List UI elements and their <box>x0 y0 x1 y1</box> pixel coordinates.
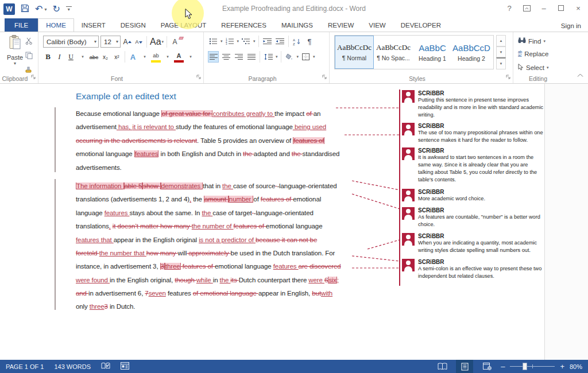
tab-review[interactable]: REVIEW <box>320 18 361 32</box>
align-right-button[interactable] <box>233 51 244 63</box>
strikethrough-button[interactable]: abc <box>89 51 99 63</box>
subscript-button[interactable]: x₂ <box>100 51 110 63</box>
comment[interactable]: SCRiBBRIt is awkward to start two senten… <box>402 147 544 184</box>
styles-more-icon[interactable]: ▼ <box>496 57 506 69</box>
comment[interactable]: SCRiBBRWhen you are indicating a quantit… <box>402 233 544 254</box>
underline-dropdown-icon[interactable]: ▾ <box>82 55 84 59</box>
paste-dropdown-icon[interactable]: ▾ <box>14 61 16 66</box>
borders-icon[interactable] <box>300 51 311 63</box>
zoom-out-icon[interactable]: – <box>501 362 505 371</box>
bold-button[interactable]: B <box>43 51 53 63</box>
tab-design[interactable]: DESIGN <box>113 18 153 32</box>
styles-scroll-up-icon[interactable]: ▲ <box>496 35 506 46</box>
shading-icon[interactable] <box>284 51 295 63</box>
cut-icon[interactable] <box>25 37 33 47</box>
bullets-icon[interactable] <box>208 36 219 47</box>
zoom-level[interactable]: 80% <box>570 363 582 370</box>
tab-home[interactable]: HOME <box>38 18 74 32</box>
comment[interactable]: SCRiBBRMore academic word choice. <box>402 189 544 203</box>
paste-clipboard-icon <box>9 35 21 52</box>
highlight-color-icon[interactable]: ab <box>151 51 161 63</box>
web-layout-icon[interactable] <box>478 360 496 373</box>
font-color-icon[interactable]: A <box>174 51 184 63</box>
underline-button[interactable]: U <box>66 51 76 63</box>
font-name-dropdown-icon[interactable]: ▾ <box>92 39 96 44</box>
copy-icon[interactable] <box>25 51 33 61</box>
tab-page-layout[interactable]: PAGE LAYOUT <box>153 18 214 32</box>
style-heading-1[interactable]: AaBbCHeading 1 <box>413 36 452 69</box>
ribbon-display-options-icon[interactable] <box>519 2 534 14</box>
clipboard-dialog-launcher-icon[interactable] <box>31 71 36 81</box>
tab-mailings[interactable]: MAILINGS <box>274 18 320 32</box>
tab-view[interactable]: VIEW <box>361 18 393 32</box>
italic-button[interactable]: I <box>55 51 64 63</box>
style-heading-2[interactable]: AaBbCcDHeading 2 <box>452 36 491 69</box>
style-no-spac[interactable]: AaBbCcDc¶ No Spac... <box>374 36 413 69</box>
read-mode-icon[interactable] <box>434 360 451 373</box>
document-canvas[interactable]: Example of an edited text Because emotio… <box>0 84 588 360</box>
tab-references[interactable]: REFERENCES <box>214 18 274 32</box>
zoom-slider[interactable] <box>510 360 555 373</box>
tab-developer[interactable]: DEVELOPER <box>393 18 448 32</box>
maximize-icon[interactable] <box>554 2 568 14</box>
styles-dialog-launcher-icon[interactable] <box>506 71 510 81</box>
decrease-indent-icon[interactable] <box>262 36 273 47</box>
text-effects-icon[interactable]: A <box>128 51 138 63</box>
person-avatar-icon <box>402 189 415 201</box>
replace-button[interactable]: abac Replace <box>518 50 548 57</box>
zoom-in-icon[interactable]: + <box>560 362 564 371</box>
font-size-combo[interactable]: 12▾ <box>100 36 121 48</box>
comment[interactable]: SCRiBBRAs features are countable, "numbe… <box>402 207 544 228</box>
show-hide-pilcrow-icon[interactable]: ¶ <box>304 36 315 47</box>
grow-font-icon[interactable]: A <box>122 36 132 48</box>
person-avatar-icon <box>402 207 415 220</box>
comment[interactable]: SCRiBBRA semi-colon is an effective way … <box>402 259 544 280</box>
paragraph-dialog-launcher-icon[interactable] <box>322 71 327 81</box>
shrink-font-icon[interactable]: A <box>134 36 144 48</box>
comment-text: It is awkward to start two sentences in … <box>418 154 544 184</box>
comment-author: SCRiBBR <box>418 189 544 195</box>
align-center-button[interactable] <box>220 51 231 63</box>
font-name-combo[interactable]: Calibri (Body)▾ <box>43 36 99 48</box>
font-size-dropdown-icon[interactable]: ▾ <box>114 39 118 44</box>
person-avatar-icon <box>402 123 415 135</box>
increase-indent-icon[interactable] <box>274 36 285 47</box>
clear-formatting-icon[interactable]: A <box>170 36 180 48</box>
word-count[interactable]: 143 WORDS <box>54 363 91 370</box>
find-button[interactable]: Find▾ <box>518 37 546 45</box>
comment[interactable]: SCRiBBRPutting this sentence in present … <box>402 90 544 119</box>
sign-in-link[interactable]: Sign in <box>561 22 581 29</box>
comment-author: SCRiBBR <box>418 90 544 96</box>
styles-group-label: Styles <box>330 75 505 82</box>
tab-file[interactable]: FILE <box>5 18 38 32</box>
font-dialog-launcher-icon[interactable] <box>196 71 201 81</box>
page-indicator[interactable]: PAGE 1 OF 1 <box>6 363 44 370</box>
comment-text: As features are countable, "number" is a… <box>418 213 544 228</box>
macro-recording-icon[interactable] <box>121 362 129 371</box>
numbering-icon[interactable]: 123 <box>225 36 235 47</box>
comment[interactable]: SCRiBBRThe use of too many prepositional… <box>402 123 544 144</box>
sort-icon[interactable]: AZ <box>292 36 303 47</box>
multilevel-list-icon[interactable] <box>241 36 252 47</box>
clipboard-group-label: Clipboard <box>0 75 30 82</box>
superscript-button[interactable]: x² <box>112 51 122 63</box>
align-left-button[interactable] <box>208 51 219 63</box>
styles-scroll-down-icon[interactable]: ▼ <box>496 46 506 58</box>
line-spacing-icon[interactable] <box>263 51 274 63</box>
collapse-ribbon-icon[interactable] <box>577 69 583 80</box>
zoom-slider-handle[interactable] <box>523 363 527 370</box>
tab-insert[interactable]: INSERT <box>74 18 113 32</box>
proofing-icon[interactable] <box>101 362 110 371</box>
minimize-icon[interactable]: – <box>536 2 551 14</box>
help-icon[interactable]: ? <box>502 2 517 14</box>
close-icon[interactable]: × <box>571 2 586 14</box>
person-avatar-icon <box>402 90 415 103</box>
style-normal[interactable]: AaBbCcDc¶ Normal <box>335 36 374 69</box>
change-case-icon[interactable]: Aa▾ <box>150 36 164 48</box>
select-button[interactable]: Select▾ <box>518 64 548 72</box>
paste-button[interactable]: Paste ▾ <box>3 35 26 71</box>
justify-button[interactable] <box>246 51 257 63</box>
style-sample: AaBbCcD <box>452 43 490 53</box>
comment-text: Putting this sentence in present tense i… <box>418 96 544 119</box>
print-layout-icon[interactable] <box>456 360 473 373</box>
